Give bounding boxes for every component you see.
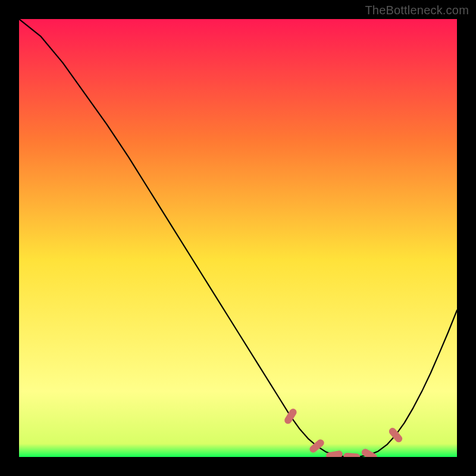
chart-container: TheBottleneck.com [0,0,476,476]
chart-svg [19,19,457,457]
watermark-text: TheBottleneck.com [365,4,469,17]
gradient-background [19,19,457,457]
